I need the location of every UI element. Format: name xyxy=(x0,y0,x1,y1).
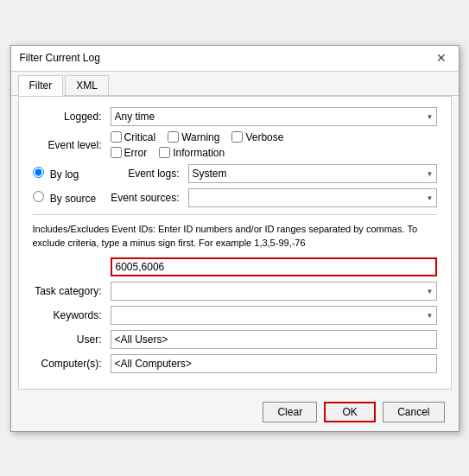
checkbox-verbose[interactable]: Verbose xyxy=(231,131,283,143)
checkbox-critical[interactable]: Critical xyxy=(111,131,156,143)
filter-content: Logged: Any time Last hour Last 12 hours… xyxy=(18,96,452,390)
event-sources-label: Event sources: xyxy=(111,192,188,204)
event-level-row: Event level: Critical Warning Verbose xyxy=(33,131,437,159)
cancel-button[interactable]: Cancel xyxy=(383,402,444,422)
checkbox-critical-input[interactable] xyxy=(111,131,122,143)
by-log-radio-col: By log xyxy=(33,167,111,181)
task-category-select[interactable] xyxy=(111,282,437,301)
ok-button[interactable]: OK xyxy=(324,402,376,422)
user-row: User: xyxy=(33,330,437,349)
checkbox-warning-input[interactable] xyxy=(168,131,179,143)
checkbox-error-input[interactable] xyxy=(111,147,122,158)
checkbox-verbose-input[interactable] xyxy=(231,131,243,143)
by-source-label: By source xyxy=(50,193,96,205)
clear-button[interactable]: Clear xyxy=(263,402,317,422)
task-category-row: Task category: xyxy=(33,282,437,301)
by-log-radio-label[interactable]: By log xyxy=(33,168,79,181)
event-sources-wrapper xyxy=(188,188,437,207)
checkboxes-row-1: Critical Warning Verbose xyxy=(111,131,437,143)
by-source-radio[interactable] xyxy=(33,191,44,202)
keywords-select[interactable] xyxy=(111,306,437,325)
task-category-wrapper xyxy=(111,282,437,301)
event-level-label: Event level: xyxy=(33,139,111,151)
by-log-row: By log Event logs: System xyxy=(33,164,437,183)
user-label: User: xyxy=(33,333,111,346)
user-field xyxy=(111,330,437,349)
task-category-label: Task category: xyxy=(33,285,111,297)
keywords-label: Keywords: xyxy=(33,309,111,321)
computer-row: Computer(s): xyxy=(33,354,437,373)
divider xyxy=(33,214,437,215)
tab-filter[interactable]: Filter xyxy=(18,75,64,96)
computer-input[interactable] xyxy=(111,354,437,373)
user-input[interactable] xyxy=(111,330,437,349)
logged-label: Logged: xyxy=(33,111,111,123)
title-bar: Filter Current Log ✕ xyxy=(11,46,459,72)
event-sources-select[interactable] xyxy=(188,188,437,207)
computer-label: Computer(s): xyxy=(33,358,111,370)
checkbox-warning[interactable]: Warning xyxy=(168,131,219,143)
by-source-radio-label[interactable]: By source xyxy=(33,193,97,205)
event-level-checkboxes: Critical Warning Verbose Error xyxy=(111,131,437,159)
event-logs-label: Event logs: xyxy=(111,168,188,180)
event-id-row xyxy=(111,257,437,276)
logged-select[interactable]: Any time Last hour Last 12 hours Last 24… xyxy=(111,107,437,126)
event-logs-wrapper: System xyxy=(188,164,437,183)
keywords-row: Keywords: xyxy=(33,306,437,325)
event-id-input[interactable] xyxy=(111,257,437,276)
logged-dropdown-wrapper: Any time Last hour Last 12 hours Last 24… xyxy=(111,107,437,126)
dialog-title: Filter Current Log xyxy=(20,52,100,64)
computer-field xyxy=(111,354,437,373)
keywords-wrapper xyxy=(111,306,437,325)
buttons-row: Clear OK Cancel xyxy=(11,397,459,431)
checkbox-information[interactable]: Information xyxy=(159,147,225,159)
by-log-label: By log xyxy=(50,168,79,181)
logged-row: Logged: Any time Last hour Last 12 hours… xyxy=(33,107,437,126)
filter-dialog: Filter Current Log ✕ Filter XML Logged: … xyxy=(10,45,459,432)
event-logs-select[interactable]: System xyxy=(188,164,437,183)
checkbox-verbose-label: Verbose xyxy=(245,131,283,143)
tab-xml[interactable]: XML xyxy=(65,75,109,95)
checkboxes-row-2: Error Information xyxy=(111,147,437,159)
checkbox-critical-label: Critical xyxy=(124,131,156,143)
checkbox-warning-label: Warning xyxy=(181,131,219,143)
tab-bar: Filter XML xyxy=(11,72,459,96)
by-log-radio[interactable] xyxy=(33,167,44,178)
checkbox-information-label: Information xyxy=(173,147,225,159)
by-source-row: By source Event sources: xyxy=(33,188,437,207)
by-source-radio-col: By source xyxy=(33,191,111,205)
checkbox-information-input[interactable] xyxy=(159,147,170,158)
checkbox-error-label: Error xyxy=(124,147,148,159)
checkbox-error[interactable]: Error xyxy=(111,147,148,159)
description-text: Includes/Excludes Event IDs: Enter ID nu… xyxy=(33,222,437,251)
close-button[interactable]: ✕ xyxy=(433,49,450,67)
